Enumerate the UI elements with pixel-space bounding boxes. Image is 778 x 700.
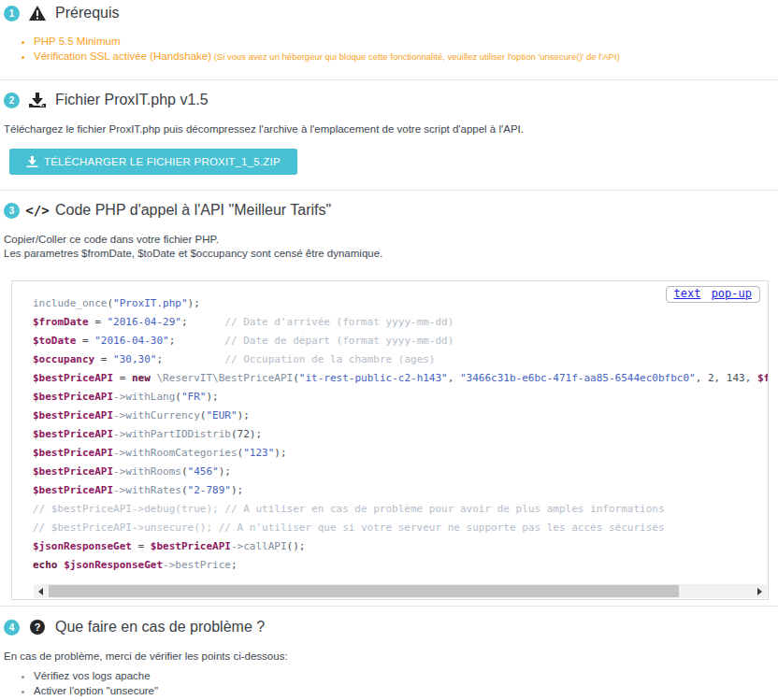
section-fichier: 2 Fichier ProxIT.php v1.5 Téléchargez le…	[0, 92, 778, 175]
step-number-badge: 4	[4, 620, 20, 636]
code-line: $bestPriceAPI->withCurrency("EUR");	[33, 407, 768, 425]
code-line: $bestPriceAPI->withRates("2-789");	[33, 481, 768, 500]
code-instruction-2: Les parametres $fromDate, $toDate et $oc…	[4, 247, 774, 261]
divider	[0, 190, 778, 191]
section-title: Fichier ProxIT.php v1.5	[55, 92, 209, 108]
prereq-item: PHP 5.5 Minimum	[34, 34, 774, 49]
code-line: // $bestPriceAPI->unsecure(); // A n'uti…	[33, 519, 768, 537]
step-number-badge: 1	[4, 6, 20, 21]
code-line: $bestPriceAPI->withRooms("456");	[33, 463, 768, 481]
code-body: include_once("ProxIT.php");$fromDate = "…	[33, 294, 768, 575]
scroll-left-button[interactable]	[34, 584, 48, 598]
probleme-list-1: Vérifiez vos logs apacheActiver l'option…	[4, 668, 774, 698]
code-line: $bestPriceAPI = new \ReservIT\BestPriceA…	[33, 369, 768, 388]
code-instruction-1: Copier/Coller ce code dans votre fichier…	[4, 233, 774, 247]
section-title: Que faire en cas de problème ?	[55, 619, 265, 636]
section-heading: 3 </> Code PHP d'appel à l'API "Meilleur…	[4, 202, 774, 219]
code-view-links: text pop-up	[666, 286, 761, 303]
code-line: $occupancy = "30,30"; // Occupation de l…	[33, 350, 768, 369]
code-line: $bestPriceAPI->withLang("FR");	[33, 388, 768, 407]
warning-icon	[28, 6, 47, 21]
code-line: $fromDate = "2016-04-29"; // Date d'arri…	[33, 313, 768, 332]
fichier-description: Téléchargez le fichier ProxIT.php puis d…	[4, 122, 774, 136]
scroll-right-button[interactable]	[753, 584, 767, 598]
divider	[0, 606, 778, 607]
section-title: Prérequis	[55, 5, 119, 21]
section-heading: 4 ? Que faire en cas de problème ?	[4, 619, 774, 636]
code-line: echo $jsonResponseGet->bestPrice;	[33, 556, 768, 575]
divider	[0, 79, 778, 80]
view-as-text-link[interactable]: text	[674, 287, 701, 300]
code-block: text pop-up include_once("ProxIT.php");$…	[11, 280, 769, 600]
prereq-item: Vérification SSL activée (Handshake) (Si…	[34, 49, 774, 64]
horizontal-scrollbar[interactable]	[34, 584, 767, 598]
section-title: Code PHP d'appel à l'API "Meilleur Tarif…	[55, 202, 331, 219]
code-line: $toDate = "2016-04-30"; // Date de dépar…	[33, 332, 768, 350]
step-number-badge: 3	[4, 203, 20, 219]
section-prerequis: 1 Prérequis PHP 5.5 MinimumVérification …	[0, 5, 778, 64]
code-line: $jsonResponseGet = $bestPriceAPI->callAP…	[33, 537, 768, 556]
download-icon	[26, 156, 38, 167]
code-line: include_once("ProxIT.php");	[33, 294, 768, 313]
code-line: $bestPriceAPI->withPartIDDistrib(72);	[33, 425, 768, 444]
section-code: 3 </> Code PHP d'appel à l'API "Meilleur…	[0, 202, 778, 600]
checklist-item: Vérifiez vos logs apache	[34, 668, 774, 683]
doc-page: 1 Prérequis PHP 5.5 MinimumVérification …	[0, 5, 778, 700]
section-heading: 1 Prérequis	[4, 5, 774, 21]
scrollbar-thumb[interactable]	[49, 585, 679, 597]
download-button-label: TÉLÉCHARGER LE FICHIER PROXIT_1_5.ZIP	[44, 156, 281, 167]
code-line: $bestPriceAPI->withRoomCategories("123")…	[33, 444, 768, 463]
probleme-intro-1: En cas de problème, merci de vérifier le…	[4, 650, 774, 664]
view-as-popup-link[interactable]: pop-up	[712, 287, 752, 300]
code-line: // $bestPriceAPI->debug(true); // A util…	[33, 500, 768, 519]
question-icon: ?	[28, 620, 47, 635]
download-zip-button[interactable]: TÉLÉCHARGER LE FICHIER PROXIT_1_5.ZIP	[9, 149, 297, 175]
code-icon: </>	[28, 203, 47, 218]
step-number-badge: 2	[4, 93, 20, 108]
prereq-list: PHP 5.5 MinimumVérification SSL activée …	[4, 34, 774, 64]
checklist-item: Activer l'option "unsecure"	[34, 683, 774, 698]
section-heading: 2 Fichier ProxIT.php v1.5	[4, 92, 774, 108]
download-icon	[28, 93, 47, 107]
section-probleme: 4 ? Que faire en cas de problème ? En ca…	[0, 619, 778, 700]
